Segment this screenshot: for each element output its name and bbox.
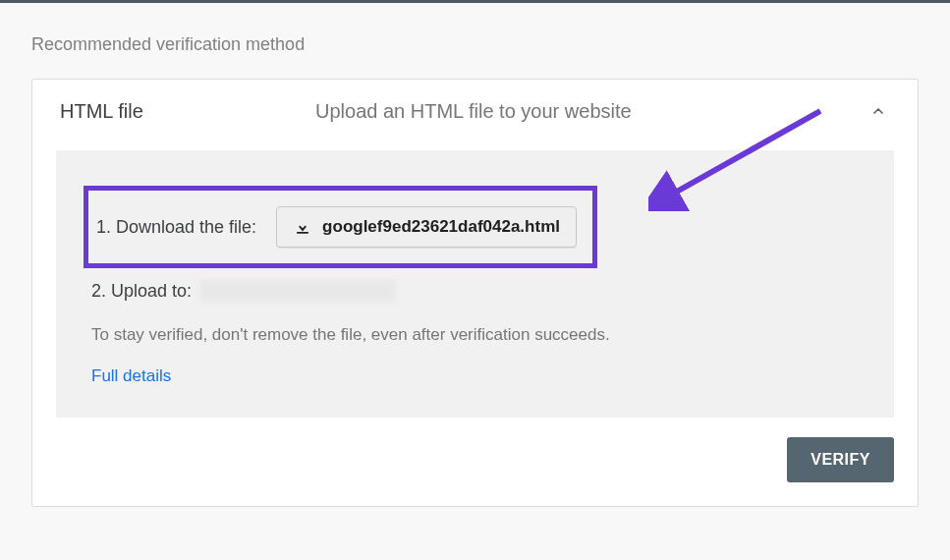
step1-label: 1. Download the file:: [96, 217, 256, 238]
verify-button[interactable]: VERIFY: [787, 437, 894, 482]
download-filename: googlef9ed23621daf042a.html: [322, 217, 560, 237]
download-file-button[interactable]: googlef9ed23621daf042a.html: [276, 206, 577, 248]
upload-target-redacted: [199, 280, 396, 302]
card-title: HTML file: [60, 100, 315, 123]
card-footer: VERIFY: [32, 418, 918, 506]
step2-label: 2. Upload to:: [91, 281, 192, 302]
chevron-up-icon: [866, 99, 890, 123]
step2-row: 2. Upload to:: [84, 280, 866, 302]
full-details-link[interactable]: Full details: [84, 366, 171, 386]
card-body: 1. Download the file: googlef9ed23621daf…: [56, 150, 894, 418]
card-subtitle: Upload an HTML file to your website: [315, 100, 866, 123]
card-header-toggle[interactable]: HTML file Upload an HTML file to your we…: [32, 80, 918, 142]
verification-note: To stay verified, don't remove the file,…: [84, 325, 866, 345]
download-icon: [293, 217, 312, 237]
recommended-heading: Recommended verification method: [31, 34, 919, 55]
step1-highlight-box: 1. Download the file: googlef9ed23621daf…: [84, 186, 597, 268]
html-file-card: HTML file Upload an HTML file to your we…: [31, 79, 919, 507]
